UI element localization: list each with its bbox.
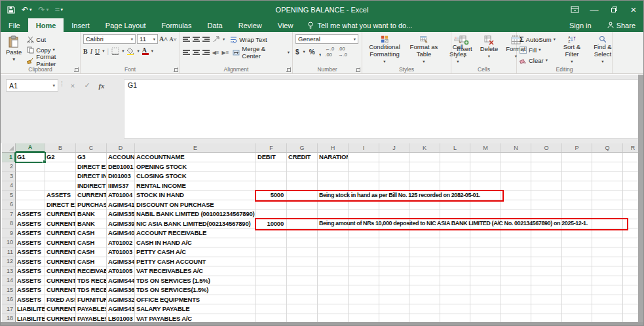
cell-O16[interactable] [531, 295, 562, 305]
restore-icon[interactable] [604, 1, 624, 18]
cell-G1[interactable]: CREDIT [287, 153, 318, 162]
undo-icon[interactable]: ↶▾ [22, 6, 32, 14]
column-header-B[interactable]: B [45, 143, 76, 153]
cell-M17[interactable] [470, 304, 501, 314]
cell-J9[interactable] [379, 228, 409, 238]
cell-P17[interactable] [562, 304, 592, 314]
cell-N4[interactable] [501, 181, 531, 191]
align-left-icon[interactable] [183, 50, 190, 55]
cell-N11[interactable] [501, 247, 531, 257]
cell-O3[interactable] [531, 172, 562, 181]
cell-R17[interactable] [623, 304, 639, 314]
customize-qat-icon[interactable]: ═▾ [55, 7, 63, 12]
cell-P6[interactable] [562, 200, 592, 210]
cell-H11[interactable] [318, 247, 349, 257]
cell-N16[interactable] [501, 295, 531, 305]
increase-indent-icon[interactable]: ▶≡ [222, 50, 229, 56]
cell-D11[interactable]: AT01003 [107, 247, 135, 257]
cell-Q5[interactable] [592, 190, 623, 200]
cell-B17[interactable]: CURRENT [45, 304, 76, 314]
cell-L7[interactable] [440, 209, 470, 219]
cell-N7[interactable] [501, 209, 531, 219]
cell-H4[interactable] [318, 181, 349, 191]
cell-A15[interactable]: ASSETS [16, 285, 45, 295]
cell-O7[interactable] [531, 209, 562, 219]
row-header-13[interactable]: 13 [2, 266, 16, 276]
cell-Q10[interactable] [592, 238, 623, 248]
cell-Q6[interactable] [592, 200, 623, 210]
row-header-15[interactable]: 15 [2, 285, 16, 295]
cell-G8[interactable] [287, 219, 318, 229]
formula-bar-input[interactable]: G1 [124, 79, 639, 139]
cell-A6[interactable] [16, 200, 45, 210]
cell-P9[interactable] [562, 228, 592, 238]
cell-B8[interactable]: CURRENT [45, 219, 76, 229]
cell-K14[interactable] [409, 276, 440, 286]
column-header-E[interactable]: E [135, 143, 256, 153]
cell-B15[interactable]: CURRENT [45, 285, 76, 295]
cell-Q2[interactable] [592, 162, 623, 172]
cell-L4[interactable] [440, 181, 470, 191]
cell-A16[interactable]: ASSETS [16, 295, 45, 305]
cell-E1[interactable]: ACCOUNTNAME [135, 153, 256, 162]
cell-E9[interactable]: ACCOUNT RECEIVABLE [135, 228, 256, 238]
cell-H16[interactable] [318, 295, 349, 305]
cell-P3[interactable] [562, 172, 592, 181]
cell-O15[interactable] [531, 285, 562, 295]
cell-R6[interactable] [623, 200, 639, 210]
cell-M2[interactable] [470, 162, 501, 172]
cell-C6[interactable]: PURCHASE [76, 200, 107, 210]
cell-R13[interactable] [623, 266, 639, 276]
column-header-F[interactable]: F [256, 143, 287, 153]
cell-B16[interactable]: FIXED ASS [45, 295, 76, 305]
cell-B2[interactable] [45, 162, 76, 172]
cell-C7[interactable]: BANK [76, 209, 107, 219]
italic-button[interactable]: I [90, 48, 92, 55]
cell-C12[interactable]: CASH [76, 257, 107, 267]
cell-R9[interactable] [623, 228, 639, 238]
cell-C4[interactable]: INDIRECT [76, 181, 107, 191]
cell-D5[interactable]: AT01004 [107, 190, 135, 200]
cell-F6[interactable] [256, 200, 287, 210]
cell-C11[interactable]: CASH [76, 247, 107, 257]
cell-C3[interactable]: DIRECT IN [76, 172, 107, 181]
cell-D16[interactable]: AGIMS32 [107, 295, 135, 305]
cell-D1[interactable]: ACCOUNT [107, 153, 135, 162]
cell-C16[interactable]: FURNITUR [76, 295, 107, 305]
cell-J14[interactable] [379, 276, 409, 286]
cell-K9[interactable] [409, 228, 440, 238]
insert-function-icon[interactable]: fx [95, 79, 108, 92]
alignment-dialog-launcher[interactable] [286, 67, 291, 72]
cell-H13[interactable] [318, 266, 349, 276]
cell-R11[interactable] [623, 247, 639, 257]
column-header-N[interactable]: N [501, 143, 531, 153]
cell-G7[interactable] [287, 209, 318, 219]
decrease-indent-icon[interactable]: ◀≡ [212, 50, 219, 56]
row-header-1[interactable]: 1 [2, 153, 16, 162]
cell-F2[interactable] [256, 162, 287, 172]
cell-N15[interactable] [501, 285, 531, 295]
align-right-icon[interactable] [202, 50, 210, 55]
find-select-button[interactable]: Find & Select▾ [588, 34, 617, 65]
cell-K7[interactable] [409, 209, 440, 219]
decrease-font-icon[interactable]: A˅ [169, 35, 177, 43]
paste-button[interactable]: Paste▼ [3, 34, 24, 65]
align-top-icon[interactable] [183, 37, 190, 42]
cell-G17[interactable] [287, 304, 318, 314]
underline-button[interactable]: U [95, 48, 100, 55]
cell-K4[interactable] [409, 181, 440, 191]
column-header-Q[interactable]: Q [592, 143, 623, 153]
cell-G9[interactable] [287, 228, 318, 238]
cell-R16[interactable] [623, 295, 639, 305]
cell-A17[interactable]: LIABILITES [16, 304, 45, 314]
ribbon-display-options-icon[interactable] [565, 1, 584, 18]
cell-E6[interactable]: DISCOUNT ON PURCHASE [135, 200, 256, 210]
cell-Q16[interactable] [592, 295, 623, 305]
cell-K16[interactable] [409, 295, 440, 305]
cell-H12[interactable] [318, 257, 349, 267]
comma-format-icon[interactable]: , [319, 47, 322, 57]
cell-Q7[interactable] [592, 209, 623, 219]
merge-center-button[interactable]: Merge & Center▾ [233, 48, 290, 57]
cell-I7[interactable] [349, 209, 379, 219]
cell-F1[interactable]: DEBIT [256, 153, 287, 162]
